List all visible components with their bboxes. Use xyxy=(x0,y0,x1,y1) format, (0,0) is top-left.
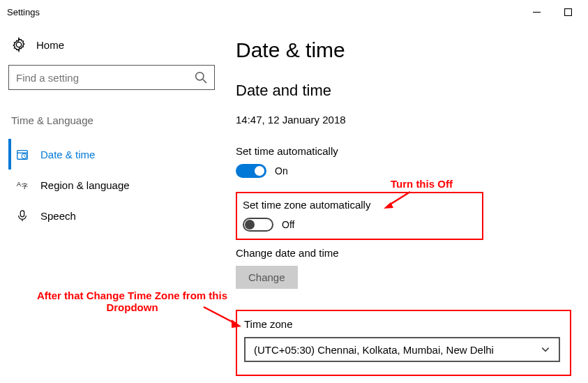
home-label: Home xyxy=(36,39,64,51)
maximize-button[interactable] xyxy=(552,1,584,24)
sidebar-category: Time & Language xyxy=(11,114,215,126)
maximize-icon xyxy=(564,8,572,16)
minimize-icon xyxy=(533,8,541,16)
sidebar-item-label: Region & language xyxy=(40,179,130,191)
svg-rect-11 xyxy=(20,211,24,217)
window-title: Settings xyxy=(7,7,40,17)
time-zone-value: (UTC+05:30) Chennai, Kolkata, Mumbai, Ne… xyxy=(254,344,494,356)
search-input[interactable] xyxy=(8,65,215,90)
microphone-icon xyxy=(15,209,29,223)
annotation-text-1: Turn this Off xyxy=(391,178,453,190)
home-button[interactable]: Home xyxy=(11,37,215,52)
sidebar-item-label: Date & time xyxy=(40,149,95,160)
annotation-box-2: Time zone (UTC+05:30) Chennai, Kolkata, … xyxy=(236,310,571,376)
sidebar-item-label: Speech xyxy=(40,210,76,222)
language-icon: A字 xyxy=(15,178,29,192)
set-zone-auto-state: Off xyxy=(282,219,294,230)
svg-text:字: 字 xyxy=(22,183,28,190)
annotation-arrow-2 xyxy=(202,306,244,330)
window-controls xyxy=(521,1,584,24)
title-bar: Settings xyxy=(0,0,588,24)
svg-line-3 xyxy=(203,80,206,83)
annotation-box-1: Set time zone automatically Off xyxy=(236,192,483,240)
set-time-auto-label: Set time automatically xyxy=(236,145,571,157)
chevron-down-icon xyxy=(541,345,550,354)
set-zone-auto-label: Set time zone automatically xyxy=(243,199,370,211)
svg-point-2 xyxy=(196,73,204,80)
current-datetime: 14:47, 12 January 2018 xyxy=(236,114,571,126)
time-zone-label: Time zone xyxy=(244,318,560,330)
gear-icon xyxy=(11,37,27,52)
set-zone-auto-toggle[interactable] xyxy=(243,218,273,232)
change-date-time-label: Change date and time xyxy=(236,247,571,259)
section-heading: Date and time xyxy=(236,82,571,100)
svg-rect-1 xyxy=(565,9,572,16)
search-field[interactable] xyxy=(16,72,195,84)
set-time-auto-state: On xyxy=(275,165,288,177)
sidebar-item-speech[interactable]: Speech xyxy=(8,200,215,231)
svg-marker-16 xyxy=(232,320,241,328)
sidebar: Home Time & Language Date & time A字 Regi… xyxy=(0,24,223,383)
page-title: Date & time xyxy=(236,38,571,62)
set-time-auto-toggle[interactable] xyxy=(236,164,266,178)
minimize-button[interactable] xyxy=(521,1,552,24)
svg-line-8 xyxy=(24,156,26,157)
svg-text:A: A xyxy=(17,181,21,188)
change-button[interactable]: Change xyxy=(236,266,298,289)
annotation-text-2: After that Change Time Zone from this Dr… xyxy=(36,290,228,313)
sidebar-item-date-time[interactable]: Date & time xyxy=(8,139,215,170)
sidebar-item-region-language[interactable]: A字 Region & language xyxy=(8,170,215,200)
time-zone-dropdown[interactable]: (UTC+05:30) Chennai, Kolkata, Mumbai, Ne… xyxy=(244,337,560,362)
annotation-arrow-1 xyxy=(384,190,412,211)
search-icon xyxy=(195,71,207,84)
date-time-icon xyxy=(15,147,29,161)
svg-line-15 xyxy=(204,307,236,324)
